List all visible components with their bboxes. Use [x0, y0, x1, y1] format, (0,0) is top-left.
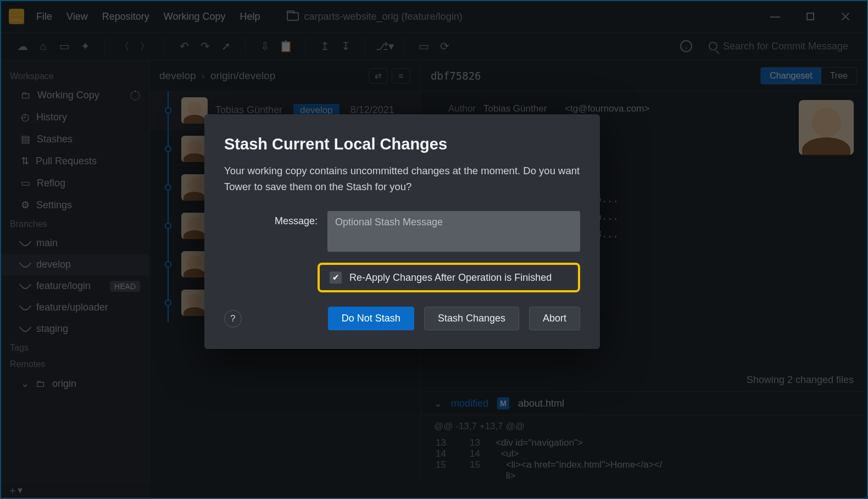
stash-changes-button[interactable]: Stash Changes: [424, 307, 519, 330]
dialog-body: Your working copy contains uncommitted c…: [224, 163, 580, 195]
reapply-checkbox-highlight: ✔ Re-Apply Changes After Operation is Fi…: [318, 263, 580, 292]
reapply-checkbox[interactable]: ✔: [330, 271, 342, 284]
reapply-checkbox-label[interactable]: Re-Apply Changes After Operation is Fini…: [349, 272, 552, 284]
abort-button[interactable]: Abort: [529, 307, 580, 330]
stash-message-input[interactable]: [327, 211, 580, 252]
do-not-stash-button[interactable]: Do Not Stash: [328, 307, 414, 330]
message-label: Message:: [224, 211, 318, 227]
dialog-title: Stash Current Local Changes: [224, 135, 580, 153]
help-button[interactable]: ?: [224, 310, 242, 328]
stash-dialog: Stash Current Local Changes Your working…: [204, 114, 600, 349]
